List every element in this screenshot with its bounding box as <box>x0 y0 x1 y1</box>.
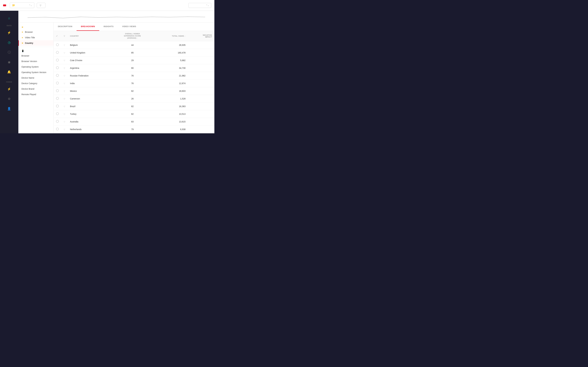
row-filter-0[interactable]: ▽ <box>61 41 67 49</box>
row-filter-4[interactable]: ▽ <box>61 72 67 80</box>
gear-icon: ⚙ <box>8 97 11 101</box>
project-chevrons: ⌃⌄ <box>29 4 32 7</box>
table-row: ▽ Mexico 82 18,603 <box>54 87 214 95</box>
category-item-os[interactable]: Operating System <box>18 64 53 70</box>
row-filter-10[interactable]: ▽ <box>61 118 67 125</box>
sidebar-item-info[interactable]: ⓘ <box>5 48 14 57</box>
os-label: Operating System <box>21 66 39 68</box>
sidebar-item-settings[interactable]: ⚙ <box>5 95 14 103</box>
row-filter-2[interactable]: ▽ <box>61 57 67 64</box>
filter-funnel-icon-0[interactable]: ▽ <box>64 44 65 46</box>
filter-funnel-icon-7[interactable]: ▽ <box>64 98 65 100</box>
filter-funnel-icon-4[interactable]: ▽ <box>64 75 65 77</box>
star-section-icon: ★ <box>21 26 24 28</box>
radio-circle-3[interactable] <box>56 66 59 69</box>
radio-circle-6[interactable] <box>56 89 59 92</box>
row-radio-9[interactable] <box>54 110 61 118</box>
category-item-os-version[interactable]: Operating System Version <box>18 70 53 75</box>
row-negative-6 <box>188 87 214 95</box>
row-filter-11[interactable]: ▽ <box>61 125 67 133</box>
row-negative-4 <box>188 72 214 80</box>
starred-section: ★ <box>18 24 53 29</box>
tab-video-views[interactable]: VIDEO VIEWS <box>118 23 140 31</box>
sidebar-item-activity[interactable]: ⚡ <box>5 28 14 37</box>
filter-funnel-icon-8[interactable]: ▽ <box>64 105 65 108</box>
filter-funnel-icon-5[interactable]: ▽ <box>64 83 65 84</box>
radio-circle-0[interactable] <box>56 43 59 46</box>
row-score-1: 85 <box>112 49 153 57</box>
row-radio-8[interactable] <box>54 102 61 110</box>
table-row: ▽ Cameroon 26 1,528 <box>54 95 214 102</box>
filter-funnel-icon-10[interactable]: ▽ <box>64 121 65 123</box>
data-section-label: /DATA <box>5 25 13 26</box>
sidebar-item-alerts[interactable]: 🔔 <box>5 67 14 76</box>
tab-insights[interactable]: INSIGHTS <box>99 23 118 31</box>
user-icon: 👤 <box>7 107 11 110</box>
row-country-2: Cote D'Ivoire <box>67 57 112 64</box>
th-views[interactable]: TOTAL VIEWS ↕ <box>153 31 188 41</box>
project-selector[interactable]: 📁 ⌃⌄ <box>10 2 34 8</box>
radio-circle-2[interactable] <box>56 59 59 61</box>
radio-circle-9[interactable] <box>56 112 59 115</box>
tabs: DESCRIPTION BREAKDOWN INSIGHTS VIDEO VIE… <box>54 23 214 31</box>
row-filter-1[interactable]: ▽ <box>61 49 67 57</box>
category-item-remote-played[interactable]: Remote Played <box>18 92 53 97</box>
filter-funnel-icon-9[interactable]: ▽ <box>64 113 65 115</box>
row-radio-11[interactable] <box>54 125 61 133</box>
radio-circle-11[interactable] <box>56 128 59 130</box>
filter-funnel-icon-11[interactable]: ▽ <box>64 128 65 131</box>
row-negative-8 <box>188 102 214 110</box>
radio-circle-5[interactable] <box>56 82 59 84</box>
row-filter-3[interactable]: ▽ <box>61 64 67 72</box>
filter-funnel-icon-3[interactable]: ▽ <box>64 67 65 69</box>
time-range-selector[interactable]: ⌃⌄ <box>188 3 211 8</box>
row-radio-3[interactable] <box>54 64 61 72</box>
category-item-country[interactable]: ★ Country <box>18 40 53 46</box>
row-score-11: 79 <box>112 125 153 133</box>
row-radio-2[interactable] <box>54 57 61 64</box>
sidebar-item-dashboard[interactable]: ◷ <box>5 38 14 47</box>
row-radio-5[interactable] <box>54 80 61 87</box>
device-section-icon: 📱 <box>21 50 24 52</box>
category-item-browser[interactable]: ★ Browser <box>18 29 53 35</box>
content-area: ★ ★ Browser ★ Video Title ★ Country <box>18 11 214 133</box>
row-radio-4[interactable] <box>54 72 61 80</box>
table-row: ▽ Russian Federation 76 21,982 <box>54 72 214 80</box>
filter-funnel-icon-6[interactable]: ▽ <box>64 90 65 92</box>
row-radio-7[interactable] <box>54 95 61 102</box>
category-item-device-brand[interactable]: Device Brand <box>18 86 53 92</box>
category-item-device-category[interactable]: Device Category <box>18 81 53 86</box>
category-item-video-title[interactable]: ★ Video Title <box>18 35 53 40</box>
row-score-8: 82 <box>112 102 153 110</box>
main-layout: ⌂ /DATA ⚡ ◷ ⓘ ◉ 🔔 /VIDEO ⚡ ⚙ 👤 <box>0 11 214 133</box>
sidebar-item-video-flash[interactable]: ⚡ <box>5 85 14 93</box>
row-filter-5[interactable]: ▽ <box>61 80 67 87</box>
radio-circle-7[interactable] <box>56 97 59 100</box>
row-radio-1[interactable] <box>54 49 61 57</box>
tab-description[interactable]: DESCRIPTION <box>54 23 77 31</box>
add-filters-button[interactable]: ▽ <box>37 3 46 8</box>
category-item-browser-version[interactable]: Browser Version <box>18 58 53 64</box>
sidebar-item-home[interactable]: ⌂ <box>5 14 14 22</box>
tab-breakdown[interactable]: BREAKDOWN <box>77 23 99 31</box>
row-negative-1 <box>188 49 214 57</box>
radio-circle-4[interactable] <box>56 74 59 77</box>
radio-circle-8[interactable] <box>56 105 59 108</box>
row-filter-9[interactable]: ▽ <box>61 110 67 118</box>
row-radio-0[interactable] <box>54 41 61 49</box>
filter-th-icon: ▽ <box>64 35 65 37</box>
radio-circle-1[interactable] <box>56 51 59 54</box>
th-country: COUNTRY <box>67 31 112 41</box>
row-radio-6[interactable] <box>54 87 61 95</box>
sidebar-item-user[interactable]: 👤 <box>5 104 14 113</box>
category-item-device-name[interactable]: Device Name <box>18 75 53 81</box>
row-filter-6[interactable]: ▽ <box>61 87 67 95</box>
radio-circle-10[interactable] <box>56 120 59 123</box>
row-filter-8[interactable]: ▽ <box>61 102 67 110</box>
filter-funnel-icon-2[interactable]: ▽ <box>64 59 65 62</box>
filter-funnel-icon-1[interactable]: ▽ <box>64 52 65 54</box>
row-filter-7[interactable]: ▽ <box>61 95 67 102</box>
row-radio-10[interactable] <box>54 118 61 125</box>
sidebar-item-eye[interactable]: ◉ <box>5 58 14 66</box>
category-item-browser-device[interactable]: Browser <box>18 53 53 58</box>
